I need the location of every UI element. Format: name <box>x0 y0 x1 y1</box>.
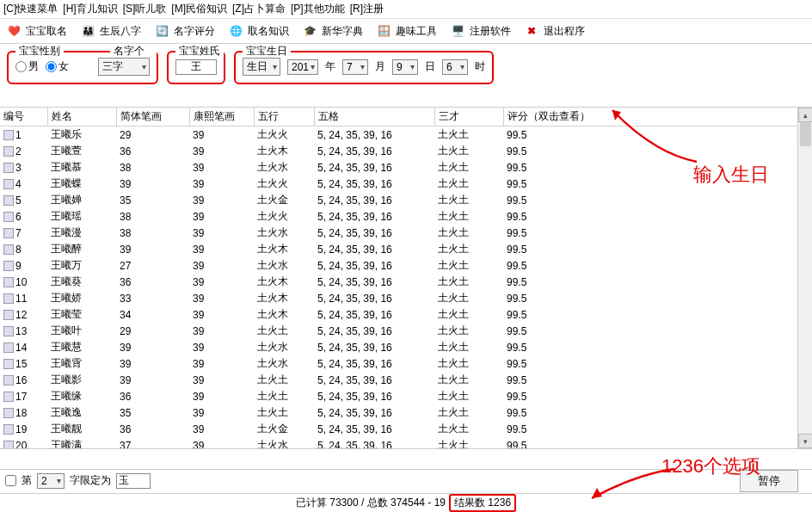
tool-exit[interactable]: ✖退出程序 <box>523 22 585 40</box>
row-icon <box>3 359 14 369</box>
table-row[interactable]: 5王曦婵3539土火金5, 24, 35, 39, 16土火土99.5 <box>0 192 812 208</box>
tool-score-label: 名字评分 <box>174 24 215 39</box>
th-simp[interactable]: 简体笔画 <box>116 108 189 126</box>
label-year: 年 <box>325 59 335 74</box>
table-row[interactable]: 19王曦靓3639土火金5, 24, 35, 39, 16土火土99.5 <box>0 421 812 437</box>
arrow-birthday-icon <box>602 103 705 172</box>
row-icon <box>3 179 14 189</box>
row-icon <box>3 277 14 287</box>
scroll-thumb[interactable] <box>800 122 811 146</box>
group-surname: 宝宝姓氏 <box>167 51 225 84</box>
table-row[interactable]: 12王曦莹3439土火木5, 24, 35, 39, 16土火土99.5 <box>0 306 812 323</box>
table-row[interactable]: 6王曦瑶3839土火火5, 24, 35, 39, 16土火土99.5 <box>0 208 812 225</box>
scroll-down-icon[interactable]: ▾ <box>798 434 812 448</box>
radio-female[interactable]: 女 <box>46 59 69 74</box>
status-result-count: 结果数 1236 <box>449 494 516 512</box>
tool-xinhua-label: 新华字典 <box>322 24 363 39</box>
radio-female-label: 女 <box>58 59 69 74</box>
label-limit: 字限定为 <box>70 473 111 488</box>
menu-fortune[interactable]: [Z]占卜算命 <box>232 2 286 16</box>
input-limit-char[interactable] <box>116 473 151 489</box>
th-wuge[interactable]: 五格 <box>314 108 434 126</box>
row-icon <box>3 228 14 238</box>
menu-register[interactable]: [R]注册 <box>350 2 384 16</box>
row-icon <box>3 441 14 449</box>
tool-knowledge-label: 取名知识 <box>248 24 289 39</box>
refresh-icon: 🔄 <box>153 22 170 40</box>
th-wuxing[interactable]: 五行 <box>254 108 314 126</box>
row-icon <box>3 244 14 255</box>
table-row[interactable]: 7王曦漫3839土火水5, 24, 35, 39, 16土火土99.5 <box>0 225 812 241</box>
input-surname[interactable] <box>175 59 217 75</box>
tool-knowledge[interactable]: 🌐取名知识 <box>227 22 289 40</box>
status-text: 已计算 73300 / 总数 374544 - 19 <box>296 496 446 510</box>
table-row[interactable]: 15王曦霄3939土火水5, 24, 35, 39, 16土火土99.5 <box>0 355 812 372</box>
select-month[interactable]: 7 <box>342 59 368 75</box>
table-row[interactable]: 17王曦缘3639土火土5, 24, 35, 39, 16土火土99.5 <box>0 388 812 404</box>
row-icon <box>3 342 14 353</box>
th-name[interactable]: 姓名 <box>47 108 116 126</box>
status-bar: 已计算 73300 / 总数 374544 - 19 结果数 1236 <box>0 493 812 512</box>
select-year[interactable]: 201 <box>287 59 318 75</box>
scroll-up-icon[interactable]: ▴ <box>798 108 812 122</box>
row-icon <box>3 375 14 386</box>
select-date-type[interactable]: 生日 <box>243 58 280 76</box>
menu-parenting[interactable]: [H]育儿知识 <box>63 2 117 16</box>
tool-xinhua[interactable]: 🎓新华字典 <box>301 22 363 40</box>
menu-other[interactable]: [P]其他功能 <box>291 2 345 16</box>
tool-bazi-label: 生辰八字 <box>100 24 141 39</box>
table-row[interactable]: 8王曦醉3939土火木5, 24, 35, 39, 16土火土99.5 <box>0 241 812 257</box>
group-birthday-title: 宝宝生日 <box>243 44 291 59</box>
radio-male[interactable]: 男 <box>15 59 39 74</box>
tool-reg[interactable]: 🖥️注册软件 <box>449 22 511 40</box>
table-row[interactable]: 13王曦叶2939土火土5, 24, 35, 39, 16土火土99.5 <box>0 323 812 339</box>
table-row[interactable]: 18王曦逸3539土火土5, 24, 35, 39, 16土火土99.5 <box>0 404 812 421</box>
tool-exit-label: 退出程序 <box>544 24 585 39</box>
people-icon: 👨‍👩‍👧 <box>79 22 96 40</box>
tool-fun[interactable]: 🪟趣味工具 <box>375 22 437 40</box>
menu-bar: [C]快速菜单 [H]育儿知识 [S]听儿歌 [M]民俗知识 [Z]占卜算命 [… <box>0 0 812 19</box>
tool-score[interactable]: 🔄名字评分 <box>153 22 215 40</box>
scrollbar-vertical[interactable]: ▴ ▾ <box>797 108 812 448</box>
tool-bazi[interactable]: 👨‍👩‍👧生辰八字 <box>79 22 141 40</box>
tool-naming-label: 宝宝取名 <box>26 24 67 39</box>
select-count[interactable]: 三字 <box>98 58 150 76</box>
row-icon <box>3 195 14 206</box>
th-num[interactable]: 编号 <box>0 108 47 126</box>
menu-quick[interactable]: [C]快速菜单 <box>3 2 58 16</box>
row-icon <box>3 424 14 435</box>
menu-songs[interactable]: [S]听儿歌 <box>123 2 167 16</box>
table-row[interactable]: 20王曦满3739土火水5, 24, 35, 39, 16土火土99.5 <box>0 437 812 449</box>
row-icon <box>3 212 14 222</box>
row-icon <box>3 392 14 402</box>
table-row[interactable]: 4王曦蝶3939土火火5, 24, 35, 39, 16土火土99.5 <box>0 176 812 192</box>
row-icon <box>3 408 14 418</box>
row-icon <box>3 261 14 271</box>
label-hour: 时 <box>475 59 485 74</box>
row-icon <box>3 326 14 336</box>
options-row: 宝宝性别 男 女 名字个数 三字 宝宝姓氏 宝宝生日 生日 201年 7月 9日… <box>0 44 812 107</box>
menu-folklore[interactable]: [M]民俗知识 <box>171 2 227 16</box>
select-page[interactable]: 2 <box>37 473 65 489</box>
row-icon <box>3 130 14 140</box>
radio-male-label: 男 <box>28 59 39 74</box>
th-kang[interactable]: 康熙笔画 <box>189 108 254 126</box>
table-row[interactable]: 10王曦葵3639土火木5, 24, 35, 39, 16土火土99.5 <box>0 274 812 290</box>
row-icon <box>3 146 14 157</box>
tool-fun-label: 趣味工具 <box>396 24 437 39</box>
tool-naming[interactable]: ❤️宝宝取名 <box>5 22 67 40</box>
windows-icon: 🪟 <box>375 22 392 40</box>
group-gender: 宝宝性别 男 女 名字个数 三字 <box>7 51 158 84</box>
select-day[interactable]: 9 <box>392 59 418 75</box>
label-day: 日 <box>425 59 435 74</box>
table-row[interactable]: 14王曦慧3939土火水5, 24, 35, 39, 16土火土99.5 <box>0 339 812 355</box>
checkbox-page[interactable] <box>5 475 16 486</box>
tool-reg-label: 注册软件 <box>470 24 511 39</box>
table-row[interactable]: 9王曦万2739土火水5, 24, 35, 39, 16土火土99.5 <box>0 257 812 274</box>
select-hour[interactable]: 6 <box>442 59 468 75</box>
arrow-count-icon <box>585 464 680 507</box>
th-sancai[interactable]: 三才 <box>434 108 503 126</box>
table-row[interactable]: 16王曦影3939土火土5, 24, 35, 39, 16土火土99.5 <box>0 372 812 388</box>
table-row[interactable]: 11王曦娇3339土火木5, 24, 35, 39, 16土火土99.5 <box>0 290 812 306</box>
heart-icon: ❤️ <box>5 22 22 40</box>
